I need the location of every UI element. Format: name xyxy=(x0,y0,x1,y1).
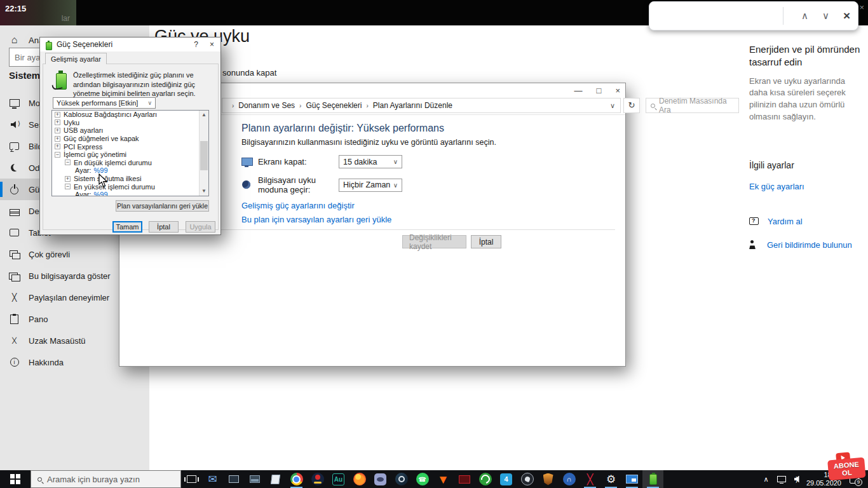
find-close-icon[interactable]: × xyxy=(843,9,850,23)
tree-row[interactable]: − En yüksek işlemci durumu xyxy=(52,182,208,191)
teamspeak-icon[interactable]: ∩ xyxy=(559,470,580,488)
tree-scrollbar[interactable]: ▲ ▼ xyxy=(199,111,208,196)
downloader-icon[interactable]: 4 xyxy=(496,470,517,488)
tree-expander-icon[interactable]: − xyxy=(65,184,71,189)
control-panel-search[interactable]: Denetim Masasında Ara xyxy=(646,98,739,113)
tree-row[interactable]: Ayar: %99 xyxy=(52,166,208,175)
recorder-icon[interactable] xyxy=(475,470,496,488)
refresh-icon[interactable]: ↻ xyxy=(623,98,640,113)
video-timestamp: 22:15 xyxy=(5,4,26,13)
help-bubble-icon xyxy=(749,217,759,225)
tree-row[interactable]: + Uyku xyxy=(52,119,208,127)
tree-item-label: Ayar: xyxy=(75,166,91,174)
find-previous-icon[interactable]: ∧ xyxy=(801,10,808,22)
restore-defaults-link[interactable]: Bu plan için varsayılan ayarları geri yü… xyxy=(241,215,391,224)
notepad-icon[interactable] xyxy=(265,470,286,488)
tray-expand-icon[interactable]: ∧ xyxy=(764,475,769,484)
breadcrumb-separator: › xyxy=(366,102,368,109)
keyboard-monitor-icon[interactable] xyxy=(244,470,265,488)
breadcrumb-label[interactable]: Güç Seçenekleri xyxy=(306,101,362,110)
mail-icon[interactable]: ✉ xyxy=(202,470,223,488)
ghost-text: lar xyxy=(62,14,70,23)
discord-icon[interactable] xyxy=(370,470,391,488)
steam-icon[interactable] xyxy=(391,470,412,488)
save-changes-button[interactable]: Değişiklikleri kaydet xyxy=(402,235,466,248)
tree-row[interactable]: + Sistem soğutma ilkesi xyxy=(52,175,208,183)
breadcrumb-item[interactable]: › Plan Ayarlarını Düzenle xyxy=(362,101,452,110)
cancel-button[interactable]: İptal xyxy=(149,221,179,233)
dialog-title-bar[interactable]: Güç Seçenekleri ? × xyxy=(40,37,220,51)
network-icon[interactable] xyxy=(777,476,786,482)
tree-row[interactable]: + Güç düğmeleri ve kapak xyxy=(52,135,208,143)
red-x-icon[interactable]: ╳ xyxy=(580,470,600,488)
find-next-icon[interactable]: ∨ xyxy=(822,10,829,22)
firefox-icon[interactable] xyxy=(349,470,370,488)
tree-expander-icon[interactable]: + xyxy=(55,144,60,149)
tree-row[interactable]: + PCI Express xyxy=(52,142,208,151)
taskbar-search[interactable]: Aramak için buraya yazın xyxy=(31,470,181,488)
close-button[interactable]: × xyxy=(615,86,620,95)
cancel-button[interactable]: İptal xyxy=(471,235,501,248)
additional-power-settings-link[interactable]: Ek güç ayarları xyxy=(749,182,864,191)
breadcrumb-item[interactable]: › Güç Seçenekleri xyxy=(295,101,362,110)
address-dropdown-icon[interactable]: ∨ xyxy=(605,102,620,110)
settings-gear-icon[interactable]: ⚙ xyxy=(600,470,621,488)
scroll-down-icon[interactable]: ▼ xyxy=(200,187,208,196)
battery-icon[interactable] xyxy=(642,470,663,488)
tree-row[interactable]: Ayar: %99 xyxy=(52,191,208,196)
scrollbar-thumb[interactable] xyxy=(200,141,208,170)
help-icon[interactable]: ? xyxy=(194,40,198,49)
setting-icon xyxy=(241,180,253,190)
setting-dropdown[interactable]: 15 dakika ∨ xyxy=(339,155,402,168)
red-monitor-icon[interactable] xyxy=(454,470,475,488)
tab-advanced-settings[interactable]: Gelişmiş ayarlar xyxy=(45,53,107,64)
tree-row[interactable]: + Kablosuz Bağdaştırıcı Ayarları xyxy=(52,111,208,119)
breadcrumb-item[interactable]: › Donanım ve Ses xyxy=(227,101,295,110)
sidebar-item-icon xyxy=(9,163,20,173)
tree-expander-icon[interactable]: + xyxy=(55,119,60,125)
search-placeholder: Denetim Masasında Ara xyxy=(659,97,738,114)
maximize-button[interactable]: □ xyxy=(597,86,602,95)
get-help-link[interactable]: Yardım al xyxy=(768,217,803,226)
shield-icon[interactable] xyxy=(538,470,559,488)
tree-expander-icon[interactable]: + xyxy=(55,128,60,133)
plan-combobox-value: Yüksek performans [Etkin] xyxy=(57,99,138,107)
obs-icon[interactable] xyxy=(517,470,538,488)
breadcrumb-label[interactable]: Donanım ve Ses xyxy=(238,101,295,110)
ok-button[interactable]: Tamam xyxy=(112,221,142,233)
start-button[interactable] xyxy=(0,470,31,488)
give-feedback-link[interactable]: Geri bildirimde bulunun xyxy=(767,240,852,250)
plan-settings-heading: Planın ayarlarını değiştir: Yüksek perfo… xyxy=(241,123,444,134)
scroll-up-icon[interactable]: ▲ xyxy=(200,111,208,119)
corner-close-icon[interactable]: × xyxy=(859,3,864,12)
tree-expander-icon[interactable]: − xyxy=(65,159,71,165)
whatsapp-icon[interactable]: ☎ xyxy=(412,470,433,488)
screenshare-icon[interactable] xyxy=(621,470,642,488)
advanced-settings-tree[interactable]: + Kablosuz Bağdaştırıcı Ayarları + Uyku … xyxy=(51,110,209,196)
plan-combobox[interactable]: Yüksek performans [Etkin] ∨ xyxy=(53,97,156,109)
chrome-icon[interactable] xyxy=(286,470,307,488)
close-icon[interactable]: × xyxy=(210,40,214,49)
taskview-icon[interactable] xyxy=(181,470,202,488)
advanced-power-settings-link[interactable]: Gelişmiş güç ayarlarını değiştir xyxy=(241,201,355,210)
breadcrumb-label[interactable]: Plan Ayarlarını Düzenle xyxy=(373,101,452,110)
tree-expander-icon[interactable]: + xyxy=(65,176,71,182)
minimize-button[interactable]: — xyxy=(574,86,583,95)
tree-row[interactable]: + USB ayarları xyxy=(52,126,208,135)
afterburner-icon[interactable]: ▼ xyxy=(433,470,454,488)
setting-dropdown[interactable]: Hiçbir Zaman ∨ xyxy=(339,179,402,192)
aimp-icon[interactable] xyxy=(307,470,328,488)
search-icon xyxy=(37,477,42,482)
breadcrumb[interactable]: › Donanım ve Ses › Güç Seçenekleri › Pla… xyxy=(222,98,621,113)
restore-plan-defaults-button[interactable]: Plan varsayılanlarını geri yükle xyxy=(116,200,209,212)
tree-expander-icon[interactable]: + xyxy=(55,112,60,118)
tree-item-value-link[interactable]: %99 xyxy=(93,191,107,196)
tree-expander-icon[interactable]: − xyxy=(55,152,60,158)
tree-row[interactable]: − İşlemci güç yönetimi xyxy=(52,151,208,159)
audition-icon[interactable]: Au xyxy=(328,470,349,488)
tree-row[interactable]: − En düşük işlemci durumu xyxy=(52,159,208,167)
settings-section-title: Sistem xyxy=(9,70,40,81)
pc-icon[interactable] xyxy=(223,470,244,488)
tree-expander-icon[interactable]: + xyxy=(55,136,60,142)
sidebar-item-icon xyxy=(9,357,20,368)
